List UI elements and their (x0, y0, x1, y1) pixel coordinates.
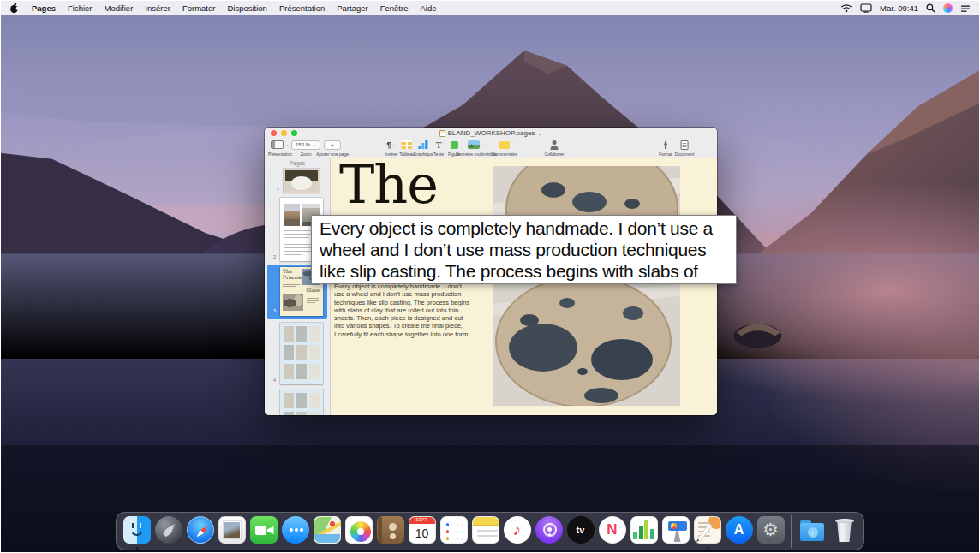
add-page-button[interactable]: + Ajouter une page (316, 140, 349, 157)
format-brush-icon (662, 140, 670, 150)
dock-item-keynote[interactable] (660, 515, 691, 549)
thumb3-caption: Glaze (306, 288, 320, 293)
dock-item-pages[interactable] (691, 515, 723, 549)
zoom-value: 150 % (296, 142, 310, 147)
safari-icon (186, 515, 215, 544)
menu-fichier[interactable]: Fichier (62, 3, 99, 13)
messages-icon (281, 515, 310, 544)
menu-formater[interactable]: Formater (176, 3, 222, 13)
menu-modifier[interactable]: Modifier (99, 3, 140, 13)
menu-presentation[interactable]: Présentation (273, 3, 331, 13)
dock-item-mail[interactable] (216, 515, 248, 549)
media-icon (468, 140, 480, 149)
apple-menu[interactable] (9, 3, 26, 14)
view-button[interactable]: ⌄ Présentation (268, 140, 292, 157)
contacts-icon (376, 515, 405, 544)
document-headline: The (339, 158, 438, 216)
hover-text-line: wheel and I don’t use mass production te… (320, 239, 728, 260)
menu-aide[interactable]: Aide (414, 3, 442, 13)
calendar-month: SEPT. (409, 517, 435, 524)
thumb3-title: The Process (283, 269, 302, 280)
dock-item-podcasts[interactable] (533, 515, 565, 549)
menu-partager[interactable]: Partager (331, 3, 373, 13)
zoom-window-button[interactable] (291, 130, 297, 136)
sidebar-header: Pages (265, 160, 330, 166)
dock-item-news[interactable]: N (596, 515, 628, 549)
dock-item-notes[interactable] (469, 515, 501, 549)
finder-icon (122, 515, 152, 544)
dock-item-music[interactable]: ♪ (501, 515, 533, 549)
document-canvas[interactable]: The (331, 158, 717, 415)
spotlight-search-icon[interactable] (926, 3, 935, 13)
dock-item-safari[interactable] (184, 515, 216, 549)
dock-item-contacts[interactable] (374, 515, 406, 549)
comment-icon (499, 141, 510, 149)
dock-item-photos[interactable] (343, 515, 374, 549)
dock-item-messages[interactable] (279, 515, 311, 549)
title-chevron-icon[interactable]: ⌄ (537, 130, 542, 137)
music-icon: ♪ (503, 515, 532, 544)
page-thumbnail-5[interactable] (280, 389, 323, 415)
dock-item-launchpad[interactable] (152, 515, 184, 549)
menu-bar-clock[interactable]: Mar. 09:41 (880, 3, 918, 13)
dock-item-downloads[interactable]: ↓ (796, 515, 828, 549)
podcasts-icon (535, 515, 564, 544)
notification-center-icon[interactable] (960, 4, 971, 13)
dock-item-numbers[interactable] (628, 515, 660, 549)
running-indicator (706, 547, 708, 550)
text-icon: T (436, 140, 442, 150)
dock-item-finder[interactable] (121, 515, 152, 549)
dock-item-maps[interactable] (311, 515, 343, 549)
wifi-icon[interactable] (840, 3, 852, 13)
keynote-icon (661, 515, 690, 544)
dock-item-tv[interactable]: tv (565, 515, 596, 549)
text-button[interactable]: T Texte (433, 140, 444, 157)
apple-logo-icon (9, 3, 19, 14)
desktop: Pages Fichier Modifier Insérer Formater … (0, 0, 980, 553)
hover-text-line: like slip casting. The process begins wi… (320, 260, 728, 282)
photos-icon (344, 515, 373, 544)
running-indicator (135, 547, 138, 550)
dock-item-trash[interactable] (828, 515, 859, 549)
menu-inserer[interactable]: Insérer (139, 3, 176, 13)
mail-icon (218, 515, 247, 544)
window-titlebar[interactable]: BLAND_WORKSHOP.pages ⌄ (265, 128, 717, 139)
notes-icon (471, 515, 500, 544)
minimize-button[interactable] (281, 130, 287, 136)
table-icon (401, 140, 412, 149)
dock-item-reminders[interactable] (438, 515, 469, 549)
dock-item-system-preferences[interactable]: ⚙ (755, 515, 786, 549)
page-number-1: 1 (277, 186, 279, 191)
menu-fenetre[interactable]: Fenêtre (374, 3, 415, 13)
ceramic-plates-photo (493, 166, 680, 406)
dock-item-facetime[interactable] (248, 515, 279, 549)
display-mirroring-icon[interactable] (860, 3, 872, 13)
window-title: BLAND_WORKSHOP.pages (448, 129, 535, 137)
dock-item-app-store[interactable]: A (723, 515, 755, 549)
menu-disposition[interactable]: Disposition (221, 3, 272, 13)
trash-icon (829, 515, 858, 544)
insert-button[interactable]: ¶⌄ Insérer (385, 140, 397, 157)
comment-button[interactable]: Commentaire (492, 140, 517, 157)
document-settings-button[interactable]: Document (675, 140, 695, 157)
page-thumbnail-4[interactable] (280, 323, 323, 384)
calendar-day: 10 (409, 524, 435, 543)
siri-icon[interactable] (943, 3, 953, 13)
table-button[interactable]: Tableau (399, 140, 414, 157)
format-button[interactable]: Format (659, 140, 672, 157)
view-icon (271, 140, 284, 149)
collaborate-button[interactable]: Collaborer (545, 140, 565, 157)
maps-icon (313, 515, 342, 544)
document-body-text: Every object is completely handmade. I d… (334, 282, 497, 338)
close-button[interactable] (271, 130, 277, 136)
dock-item-calendar[interactable]: SEPT.10 (406, 515, 438, 549)
window-toolbar: ⌄ Présentation 150 %⌄ Zoom + Ajouter une… (265, 139, 717, 158)
page-number-4: 4 (273, 378, 276, 383)
media-button[interactable]: ⌄ Données multimédias (456, 140, 497, 157)
app-store-icon: A (725, 515, 754, 544)
chart-button[interactable]: Graphique (413, 140, 433, 157)
page-thumbnail-1[interactable] (284, 169, 320, 193)
downloads-folder-icon: ↓ (798, 515, 827, 544)
system-preferences-icon: ⚙ (756, 515, 786, 544)
menu-pages[interactable]: Pages (26, 3, 62, 13)
